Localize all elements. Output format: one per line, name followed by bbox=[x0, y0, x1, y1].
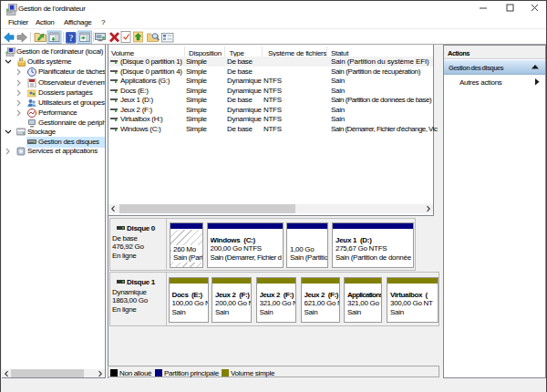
svg-text:?: ? bbox=[68, 33, 73, 43]
